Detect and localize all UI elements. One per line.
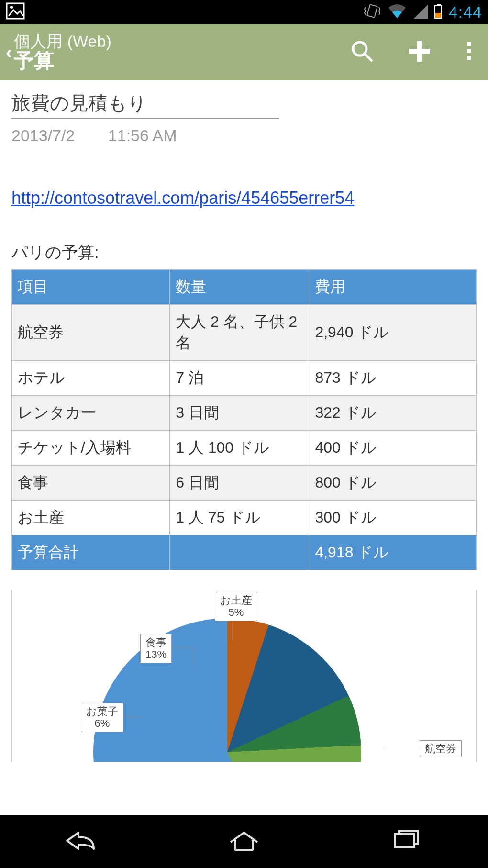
pie-label-shokuji: 食事13% (140, 634, 172, 663)
status-bar: 4:44 (0, 0, 488, 24)
search-button[interactable] (350, 39, 374, 65)
pie-label-okashi: お菓子6% (81, 703, 123, 732)
svg-rect-8 (467, 49, 471, 53)
svg-line-4 (365, 54, 372, 61)
nav-home-button[interactable] (225, 829, 263, 855)
svg-rect-7 (467, 42, 471, 46)
svg-rect-2 (367, 4, 377, 17)
table-row: ホテル7 泊873 ドル (12, 361, 477, 396)
table-header: 費用 (309, 270, 477, 305)
pie-chart (93, 618, 361, 762)
nav-back-button[interactable] (62, 829, 100, 855)
android-nav-bar (0, 815, 488, 868)
table-row: お土産1 人 75 ドル300 ドル (12, 501, 477, 535)
cell-signal-icon (413, 5, 428, 19)
vibrate-icon (364, 2, 381, 22)
table-header: 項目 (12, 270, 170, 305)
add-button[interactable] (408, 39, 432, 65)
budget-section-title: パリの予算: (11, 242, 477, 264)
appbar-subtitle: 個人用 (Web) (14, 33, 111, 50)
appbar-title: 予算 (14, 50, 111, 71)
note-meta: 2013/7/2 11:56 AM (11, 126, 477, 145)
note-time: 11:56 AM (108, 126, 177, 145)
table-row: レンタカー3 日間322 ドル (12, 396, 477, 431)
wifi-icon (388, 3, 407, 21)
battery-icon (434, 5, 442, 19)
budget-table: 項目 数量 費用 航空券大人 2 名、子供 2 名2,940 ドル ホテル7 泊… (11, 269, 477, 570)
pie-label-omiyage: お土産5% (215, 592, 257, 621)
picture-icon (6, 2, 25, 22)
app-bar: ‹ 個人用 (Web) 予算 (0, 24, 488, 80)
table-header: 数量 (170, 270, 309, 305)
svg-point-1 (10, 6, 13, 9)
note-hyperlink[interactable]: http://contosotravel.com/paris/454655err… (11, 188, 477, 208)
svg-rect-9 (467, 56, 471, 60)
table-row: 食事6 日間800 ドル (12, 466, 477, 501)
table-row: 航空券大人 2 名、子供 2 名2,940 ドル (12, 305, 477, 361)
budget-pie-chart: お土産5% 食事13% お菓子6% 航空券 (11, 590, 477, 762)
back-button[interactable]: ‹ (6, 42, 12, 63)
note-title[interactable]: 旅費の見積もり (11, 90, 279, 119)
nav-recent-button[interactable] (388, 829, 426, 855)
overflow-menu-button[interactable] (465, 39, 473, 65)
pie-label-koukuu: 航空券 (420, 740, 462, 757)
table-row: チケット/入場料1 人 100 ドル400 ドル (12, 431, 477, 466)
svg-point-3 (353, 42, 366, 56)
svg-rect-10 (395, 834, 414, 847)
status-clock: 4:44 (449, 3, 482, 22)
table-total-row: 予算合計4,918 ドル (12, 535, 477, 570)
note-content[interactable]: 旅費の見積もり 2013/7/2 11:56 AM http://contoso… (0, 80, 488, 815)
note-date: 2013/7/2 (11, 126, 75, 145)
